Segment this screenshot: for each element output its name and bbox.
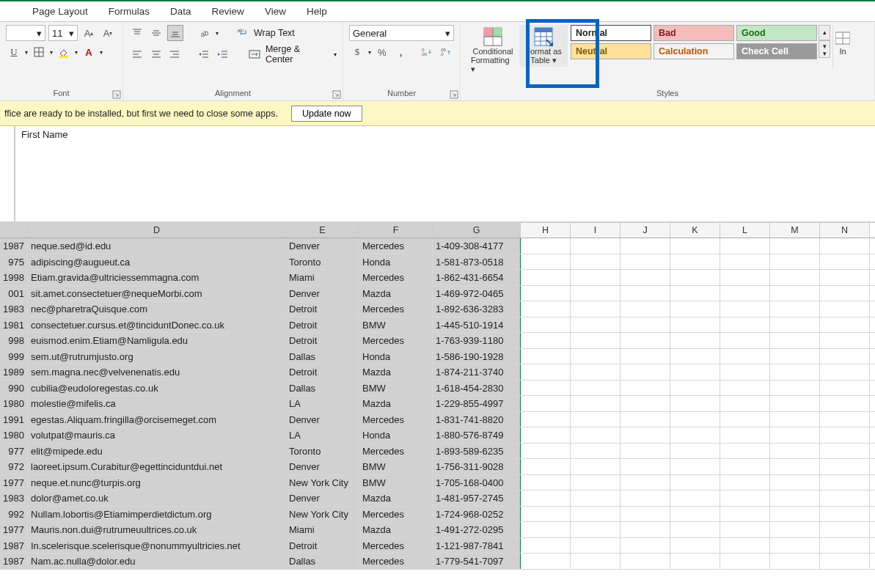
cell[interactable]: Miami [286, 522, 359, 537]
cell[interactable] [620, 554, 670, 569]
cell[interactable]: Toronto [286, 444, 359, 459]
cell[interactable] [770, 238, 820, 254]
align-middle-icon[interactable] [148, 25, 164, 41]
cell[interactable] [670, 301, 720, 317]
cell[interactable] [670, 238, 720, 254]
col-header-H[interactable]: H [521, 223, 571, 238]
cell[interactable] [770, 364, 820, 380]
table-row[interactable]: 1983dolor@amet.co.ukDenverMazda1-481-957… [0, 490, 875, 507]
cell[interactable]: Dallas [286, 554, 359, 569]
cell[interactable]: BMW [359, 317, 433, 333]
table-row[interactable]: 975adipiscing@augueut.caTorontoHonda1-58… [0, 254, 875, 271]
cell[interactable] [571, 381, 620, 396]
increase-decimal-icon[interactable]: .0.00 [419, 44, 435, 60]
cell[interactable]: 1977 [0, 522, 28, 537]
cell[interactable]: 1-874-211-3740 [433, 364, 521, 380]
cell[interactable]: New York City [286, 475, 359, 490]
cell-style-neutral[interactable]: Neutral [571, 43, 651, 59]
cell[interactable]: Denver [286, 459, 359, 474]
merge-center-button[interactable]: Merge & Center [266, 44, 329, 65]
cell[interactable] [571, 475, 620, 490]
cell[interactable]: euismod.enim.Etiam@Namligula.edu [28, 333, 286, 348]
cell[interactable] [820, 444, 870, 459]
cell[interactable]: Mercedes [359, 333, 433, 348]
tab-data[interactable]: Data [160, 3, 202, 21]
cell[interactable]: 1-705-168-0400 [433, 475, 521, 490]
cell[interactable] [770, 333, 820, 348]
cell[interactable]: 1987 [0, 538, 28, 554]
cell[interactable]: LA [286, 427, 359, 443]
table-row[interactable]: 1989sem.magna.nec@velvenenatis.eduDetroi… [0, 364, 875, 381]
cell[interactable] [770, 538, 820, 554]
cell[interactable]: Mercedes [359, 301, 433, 317]
cell[interactable]: 1-586-190-1928 [433, 349, 521, 364]
cell[interactable] [770, 349, 820, 364]
cell[interactable] [670, 554, 720, 569]
cell[interactable]: 1-756-311-9028 [433, 459, 521, 474]
format-as-table-button[interactable]: Format as Table ▾ [519, 25, 568, 67]
align-center-icon[interactable] [148, 46, 164, 62]
col-header-L[interactable]: L [720, 223, 770, 238]
col-header-G[interactable]: G [433, 223, 521, 238]
cell[interactable] [571, 522, 620, 537]
cell[interactable] [720, 364, 770, 380]
cell[interactable] [770, 396, 820, 411]
cell[interactable] [770, 507, 820, 522]
decrease-decimal-icon[interactable]: .00.0 [438, 44, 454, 60]
orientation-icon[interactable]: ab [197, 25, 213, 41]
cell[interactable]: Mazda [359, 490, 433, 506]
cell[interactable]: Mercedes [359, 270, 433, 285]
conditional-formatting-button[interactable]: Conditional Formatting ▾ [466, 25, 519, 76]
cell[interactable] [720, 381, 770, 396]
table-row[interactable]: 1987In.scelerisque.scelerisque@nonummyul… [0, 538, 875, 554]
cell[interactable] [521, 459, 571, 474]
cell[interactable] [620, 333, 670, 348]
cell[interactable] [720, 490, 770, 506]
cell[interactable] [571, 444, 620, 459]
cell[interactable] [820, 364, 870, 380]
cell[interactable] [620, 427, 670, 443]
cell[interactable]: Etiam.gravida@ultriciessemmagna.com [28, 270, 286, 285]
cell[interactable]: Mazda [359, 522, 433, 537]
cell[interactable] [571, 490, 620, 506]
cell[interactable]: Detroit [286, 538, 359, 554]
cell[interactable]: 1-229-855-4997 [433, 396, 521, 411]
table-row[interactable]: 001sit.amet.consectetuer@nequeMorbi.comD… [0, 286, 875, 302]
cell[interactable] [670, 286, 720, 301]
cell[interactable]: 1-724-968-0252 [433, 507, 521, 522]
cell[interactable] [571, 333, 620, 348]
cell[interactable]: Detroit [286, 317, 359, 333]
cell[interactable] [720, 254, 770, 270]
cell[interactable] [620, 459, 670, 474]
cell[interactable]: 1-121-987-7841 [433, 538, 521, 554]
cell[interactable] [770, 317, 820, 333]
cell[interactable]: 1-893-589-6235 [433, 444, 521, 459]
cell[interactable] [720, 522, 770, 537]
cell[interactable]: neque.sed@id.edu [28, 238, 286, 254]
cell[interactable]: 1-831-741-8820 [433, 412, 521, 427]
dialog-launcher-icon[interactable] [332, 90, 341, 99]
align-top-icon[interactable] [129, 25, 145, 41]
cell[interactable] [720, 554, 770, 569]
cell[interactable] [770, 459, 820, 474]
cell[interactable] [720, 301, 770, 317]
cell[interactable] [521, 333, 571, 348]
cell[interactable]: 1-880-576-8749 [433, 427, 521, 443]
tab-review[interactable]: Review [202, 3, 255, 21]
cell[interactable] [720, 238, 770, 254]
cell[interactable] [620, 396, 670, 411]
cell[interactable] [720, 538, 770, 554]
cell[interactable]: LA [286, 396, 359, 411]
cell[interactable]: molestie@mifelis.ca [28, 396, 286, 411]
col-header-N[interactable]: N [820, 223, 870, 238]
cell[interactable] [571, 317, 620, 333]
cell[interactable] [620, 317, 670, 333]
cell[interactable] [670, 412, 720, 427]
cell[interactable] [820, 317, 870, 333]
align-left-icon[interactable] [129, 46, 145, 62]
cell[interactable] [720, 475, 770, 490]
font-color-icon[interactable]: A [81, 44, 97, 60]
cell[interactable] [521, 554, 571, 569]
cell[interactable] [571, 427, 620, 443]
cell[interactable]: adipiscing@augueut.ca [28, 254, 286, 270]
